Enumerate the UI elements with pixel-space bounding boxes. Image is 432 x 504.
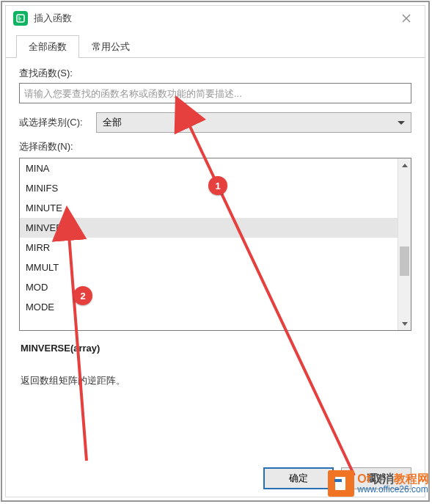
ok-button[interactable]: 确定	[263, 467, 334, 489]
search-input[interactable]	[19, 83, 411, 103]
chevron-down-icon	[398, 121, 405, 125]
function-description: 返回数组矩阵的逆距阵。	[21, 374, 411, 387]
list-item[interactable]: MINIFS	[20, 178, 398, 198]
titlebar: 插入函数	[6, 6, 425, 31]
list-item[interactable]: MMULT	[20, 258, 398, 277]
function-listbox: MINA MINIFS MINUTE MINVERSE MIRR MMULT M…	[19, 158, 411, 331]
description-block: MINVERSE(array) 返回数组矩阵的逆距阵。	[19, 331, 411, 387]
scroll-thumb[interactable]	[400, 246, 409, 276]
function-list-label: 选择函数(N):	[19, 140, 411, 153]
category-label: 或选择类别(C):	[19, 116, 83, 129]
list-item[interactable]: MINVERSE	[20, 218, 398, 238]
dialog-title: 插入函数	[34, 12, 72, 25]
scroll-up-icon[interactable]	[398, 158, 411, 172]
function-signature: MINVERSE(array)	[21, 343, 411, 354]
scroll-down-icon[interactable]	[398, 317, 411, 330]
insert-function-dialog: 插入函数 全部函数 常用公式 查找函数(S): 或选择类别(C): 全部 选择函…	[5, 5, 425, 497]
tab-all-functions[interactable]: 全部函数	[16, 35, 79, 58]
app-icon	[13, 11, 28, 26]
cancel-button[interactable]: 取消	[341, 467, 411, 489]
button-bar: 确定 取消	[263, 467, 411, 489]
list-item[interactable]: MODE	[20, 297, 398, 317]
search-label: 查找函数(S):	[19, 67, 411, 80]
list-item[interactable]: MINUTE	[20, 198, 398, 218]
category-select[interactable]: 全部	[96, 112, 411, 133]
tab-bar: 全部函数 常用公式	[6, 31, 425, 58]
tab-common-formulas[interactable]: 常用公式	[79, 35, 142, 58]
list-item[interactable]: MOD	[20, 277, 398, 297]
list-item[interactable]: MINA	[20, 158, 398, 178]
category-value: 全部	[103, 116, 122, 129]
close-button[interactable]	[395, 7, 417, 29]
list-item[interactable]: MIRR	[20, 238, 398, 258]
scrollbar[interactable]	[398, 158, 411, 330]
